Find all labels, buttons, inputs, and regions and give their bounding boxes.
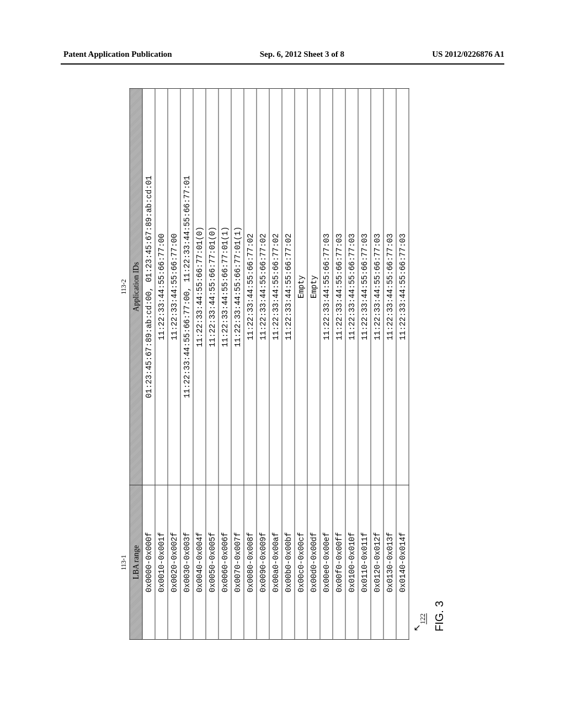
reference-annotation: ↖ 122 [412, 88, 422, 631]
cell-lba: 0x00c0-0x00cf [295, 485, 307, 640]
cell-app-id: 01:23:45:67:89:ab:cd:00, 01:23:45:67:89:… [142, 89, 155, 485]
cell-app-id: 11:22:33:44:55:66:77:02 [269, 89, 282, 485]
cell-app-id: 11:22:33:44:55:66:77:02 [244, 89, 257, 485]
table-row: 0x0020-0x002f11:22:33:44:55:66:77:00 [168, 89, 180, 640]
cell-lba: 0x0000-0x000f [142, 485, 155, 640]
cell-app-id: 11:22:33:44:55:66:77:02 [257, 89, 269, 485]
table-row: 0x0080-0x008f11:22:33:44:55:66:77:02 [244, 89, 257, 640]
cell-lba: 0x0020-0x002f [168, 485, 180, 640]
cell-lba: 0x0120-0x012f [371, 485, 383, 640]
header-left: Patent Application Publication [63, 50, 172, 59]
table-row: 0x0000-0x000f01:23:45:67:89:ab:cd:00, 01… [142, 89, 155, 640]
cell-app-id: 11:22:33:44:55:66:77:02 [282, 89, 295, 485]
ref-label-right: 113-2 [120, 88, 128, 485]
cell-lba: 0x0130-0x013f [383, 485, 396, 640]
cell-app-id: 11:22:33:44:55:66:77:03 [345, 89, 358, 485]
cell-app-id: 11:22:33:44:55:66:77:03 [358, 89, 371, 485]
cell-lba: 0x0110-0x011f [358, 485, 371, 640]
header-right: US 2012/0226876 A1 [432, 50, 504, 59]
cell-lba: 0x0040-0x004f [193, 485, 206, 640]
cell-lba: 0x00a0-0x00af [269, 485, 282, 640]
cell-app-id: 11:22:33:44:55:66:77:01(0) [193, 89, 206, 485]
table-row: 0x00a0-0x00af11:22:33:44:55:66:77:02 [269, 89, 282, 640]
cell-app-id: 11:22:33:44:55:66:77:00 [168, 89, 180, 485]
header-app: Application IDs [130, 89, 142, 485]
table-row: 0x00b0-0x00bf11:22:33:44:55:66:77:02 [282, 89, 295, 640]
table-row: 0x0050-0x005f11:22:33:44:55:66:77:01(0) [206, 89, 218, 640]
table-row: 0x00c0-0x00cfEmpty [295, 89, 307, 640]
table-row: 0x0070-0x007f11:22:33:44:55:66:77:01(1) [231, 89, 244, 640]
cell-lba: 0x00b0-0x00bf [282, 485, 295, 640]
cell-lba: 0x0010-0x001f [155, 485, 168, 640]
table-row: 0x0120-0x012f11:22:33:44:55:66:77:03 [371, 89, 383, 640]
cell-app-id: 11:22:33:44:55:66:77:01(1) [231, 89, 244, 485]
cell-app-id: 11:22:33:44:55:66:77:03 [320, 89, 333, 485]
cell-app-id: 11:22:33:44:55:66:77:01(0) [206, 89, 218, 485]
cell-lba: 0x0090-0x009f [257, 485, 269, 640]
table-row: 0x0110-0x011f11:22:33:44:55:66:77:03 [358, 89, 371, 640]
cell-app-id: 11:22:33:44:55:66:77:00 [155, 89, 168, 485]
cell-app-id: 11:22:33:44:55:66:77:03 [371, 89, 383, 485]
cell-app-id: 11:22:33:44:55:66:77:03 [383, 89, 396, 485]
cell-lba: 0x00d0-0x00df [307, 485, 320, 640]
cell-app-id: 11:22:33:44:55:66:77:00, 11:22:33:44:55:… [180, 89, 193, 485]
cell-lba: 0x0070-0x007f [231, 485, 244, 640]
table-row: 0x0090-0x009f11:22:33:44:55:66:77:02 [257, 89, 269, 640]
header-divider [61, 63, 504, 65]
table-row: 0x0010-0x001f11:22:33:44:55:66:77:00 [155, 89, 168, 640]
figure-content: 113-1 113-2 LBA range Application IDs 0x… [120, 88, 446, 640]
table-row: 0x0100-0x010f11:22:33:44:55:66:77:03 [345, 89, 358, 640]
header-lba: LBA range [130, 485, 142, 640]
cell-app-id: 11:22:33:44:55:66:77:03 [396, 89, 409, 485]
column-reference-labels: 113-1 113-2 [120, 88, 128, 640]
cell-app-id: Empty [295, 89, 307, 485]
cell-lba: 0x00e0-0x00ef [320, 485, 333, 640]
table-row: 0x00f0-0x00ff11:22:33:44:55:66:77:03 [333, 89, 345, 640]
table-row: 0x0060-0x006f11:22:33:44:55:66:77:01(1) [218, 89, 231, 640]
cell-lba: 0x0030-0x003f [180, 485, 193, 640]
cell-app-id: Empty [307, 89, 320, 485]
cell-lba: 0x0100-0x010f [345, 485, 358, 640]
ref-label-left: 113-1 [120, 485, 128, 640]
header-center: Sep. 6, 2012 Sheet 3 of 8 [260, 50, 344, 59]
cell-lba: 0x00f0-0x00ff [333, 485, 345, 640]
cell-lba: 0x0140-0x014f [396, 485, 409, 640]
lba-application-table: LBA range Application IDs 0x0000-0x000f0… [130, 88, 409, 640]
cell-lba: 0x0050-0x005f [206, 485, 218, 640]
table-row: 0x0030-0x003f11:22:33:44:55:66:77:00, 11… [180, 89, 193, 640]
annotation-ref: 122 [418, 613, 427, 624]
arrow-icon: ↖ [412, 624, 422, 631]
figure-label: FIG. 3 [433, 88, 446, 631]
table-row: 0x0130-0x013f11:22:33:44:55:66:77:03 [383, 89, 396, 640]
cell-app-id: 11:22:33:44:55:66:77:03 [333, 89, 345, 485]
cell-lba: 0x0080-0x008f [244, 485, 257, 640]
table-row: 0x00e0-0x00ef11:22:33:44:55:66:77:03 [320, 89, 333, 640]
cell-app-id: 11:22:33:44:55:66:77:01(1) [218, 89, 231, 485]
page-header: Patent Application Publication Sep. 6, 2… [0, 50, 565, 59]
table-row: 0x0140-0x014f11:22:33:44:55:66:77:03 [396, 89, 409, 640]
table-row: 0x0040-0x004f11:22:33:44:55:66:77:01(0) [193, 89, 206, 640]
cell-lba: 0x0060-0x006f [218, 485, 231, 640]
table-header-row: LBA range Application IDs [130, 89, 142, 640]
table-row: 0x00d0-0x00dfEmpty [307, 89, 320, 640]
